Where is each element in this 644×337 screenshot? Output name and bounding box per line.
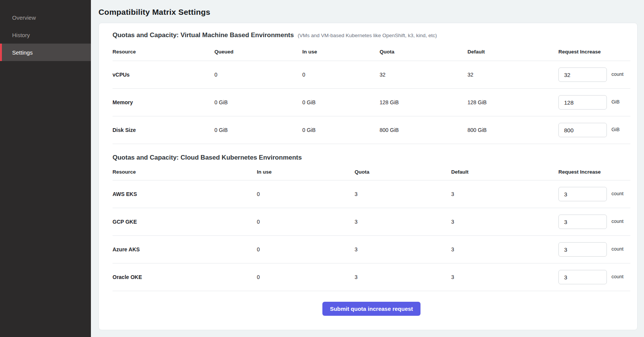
in-use-value: 0	[257, 219, 355, 225]
request-increase-cell: count	[558, 242, 630, 257]
default-value: 3	[451, 246, 558, 252]
quota-value: 3	[355, 191, 451, 197]
resource-name: GCP GKE	[113, 219, 257, 225]
column-header-in-use: In use	[257, 169, 355, 175]
resource-name: Oracle OKE	[113, 274, 257, 280]
unit-label: GiB	[611, 99, 620, 105]
unit-label: count	[611, 218, 624, 224]
column-header-default: Default	[467, 49, 558, 55]
column-header-resource: Resource	[113, 49, 214, 55]
table-row-memory: Memory 0 GiB 0 GiB 128 GiB 128 GiB GiB	[113, 89, 630, 116]
submit-row: Submit quota increase request	[113, 302, 630, 316]
table-row-azure-aks: Azure AKS 0 3 3 count	[113, 236, 630, 263]
resource-name: Memory	[113, 99, 214, 105]
default-value: 32	[467, 72, 558, 78]
vm-quota-table: Resource Queued In use Quota Default Req…	[113, 39, 630, 144]
settings-card: Quotas and Capacity: Virtual Machine Bas…	[98, 23, 638, 330]
vm-section-title: Quotas and Capacity: Virtual Machine Bas…	[113, 31, 294, 39]
cloud-table-header-row: Resource In use Quota Default Request In…	[113, 161, 630, 180]
sidebar-item-label: History	[12, 32, 30, 38]
resource-name: Disk Size	[113, 127, 214, 133]
vm-section-header: Quotas and Capacity: Virtual Machine Bas…	[113, 31, 630, 39]
vm-section-subtitle: (VMs and VM-based Kubernetes like OpenSh…	[298, 33, 437, 38]
request-increase-cell: count	[558, 215, 630, 229]
column-header-quota: Quota	[355, 169, 451, 175]
request-increase-cell: GiB	[558, 95, 630, 110]
oracle-oke-request-input[interactable]	[558, 270, 607, 284]
in-use-value: 0	[302, 72, 380, 78]
in-use-value: 0	[257, 191, 355, 197]
memory-request-input[interactable]	[558, 95, 607, 110]
in-use-value: 0 GiB	[302, 99, 380, 105]
request-increase-cell: count	[558, 270, 630, 284]
queued-value: 0	[214, 72, 302, 78]
cloud-section-title: Quotas and Capacity: Cloud Based Kuberne…	[113, 154, 302, 161]
default-value: 3	[451, 191, 558, 197]
cloud-quota-table: Resource In use Quota Default Request In…	[113, 161, 630, 291]
in-use-value: 0	[257, 274, 355, 280]
default-value: 128 GiB	[467, 99, 558, 105]
default-value: 800 GiB	[467, 127, 558, 133]
unit-label: count	[611, 274, 624, 279]
cloud-section-header: Quotas and Capacity: Cloud Based Kuberne…	[113, 154, 630, 161]
page-title: Compatibility Matrix Settings	[98, 8, 638, 17]
resource-name: vCPUs	[113, 72, 214, 78]
table-row-vcpus: vCPUs 0 0 32 32 count	[113, 61, 630, 89]
column-header-resource: Resource	[113, 169, 257, 175]
table-row-aws-eks: AWS EKS 0 3 3 count	[113, 180, 630, 208]
submit-quota-increase-button[interactable]: Submit quota increase request	[322, 302, 420, 316]
disk-size-request-input[interactable]	[558, 123, 607, 137]
aws-eks-request-input[interactable]	[558, 187, 607, 201]
main-content: Compatibility Matrix Settings Quotas and…	[91, 0, 644, 337]
resource-name: Azure AKS	[113, 246, 257, 252]
column-header-in-use: In use	[302, 49, 380, 55]
quota-value: 128 GiB	[380, 99, 467, 105]
quota-value: 32	[380, 72, 467, 78]
queued-value: 0 GiB	[214, 99, 302, 105]
azure-aks-request-input[interactable]	[558, 242, 607, 257]
quota-value: 800 GiB	[380, 127, 467, 133]
column-header-quota: Quota	[380, 49, 467, 55]
default-value: 3	[451, 219, 558, 225]
sidebar: Overview History Settings	[0, 0, 91, 337]
unit-label: count	[611, 246, 624, 252]
sidebar-item-label: Overview	[12, 14, 36, 21]
quota-value: 3	[355, 246, 451, 252]
quota-value: 3	[355, 274, 451, 280]
default-value: 3	[451, 274, 558, 280]
column-header-request-increase: Request Increase	[558, 49, 630, 55]
table-row-oracle-oke: Oracle OKE 0 3 3 count	[113, 263, 630, 291]
unit-label: GiB	[611, 127, 620, 132]
in-use-value: 0	[257, 246, 355, 252]
vm-table-header-row: Resource Queued In use Quota Default Req…	[113, 39, 630, 61]
unit-label: count	[611, 191, 624, 196]
sidebar-item-label: Settings	[12, 49, 33, 56]
table-row-disk-size: Disk Size 0 GiB 0 GiB 800 GiB 800 GiB Gi…	[113, 116, 630, 144]
sidebar-item-settings[interactable]: Settings	[0, 44, 91, 61]
sidebar-item-overview[interactable]: Overview	[0, 9, 91, 26]
column-header-request-increase: Request Increase	[558, 169, 630, 175]
column-header-queued: Queued	[214, 49, 302, 55]
in-use-value: 0 GiB	[302, 127, 380, 133]
table-row-gcp-gke: GCP GKE 0 3 3 count	[113, 208, 630, 236]
vcpus-request-input[interactable]	[558, 67, 607, 82]
request-increase-cell: count	[558, 187, 630, 201]
unit-label: count	[611, 71, 624, 77]
request-increase-cell: GiB	[558, 123, 630, 137]
queued-value: 0 GiB	[214, 127, 302, 133]
quota-value: 3	[355, 219, 451, 225]
resource-name: AWS EKS	[113, 191, 257, 197]
column-header-default: Default	[451, 169, 558, 175]
gcp-gke-request-input[interactable]	[558, 215, 607, 229]
request-increase-cell: count	[558, 67, 630, 82]
sidebar-item-history[interactable]: History	[0, 26, 91, 44]
